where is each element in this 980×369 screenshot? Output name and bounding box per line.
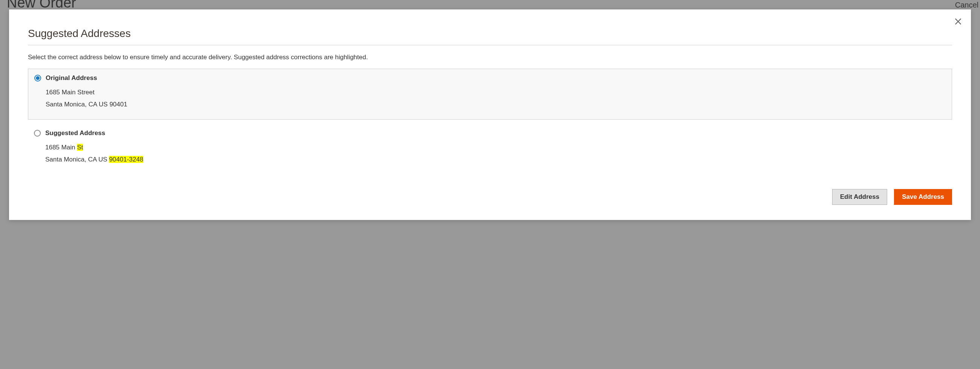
save-address-button[interactable]: Save Address: [894, 189, 952, 205]
close-icon: [954, 17, 962, 25]
option-header: Original Address: [34, 74, 946, 82]
edit-address-button[interactable]: Edit Address: [832, 189, 887, 205]
line2-highlight: 90401-3248: [109, 156, 143, 163]
suggested-address-lines: 1685 Main St Santa Monica, CA US 90401-3…: [34, 142, 946, 166]
suggested-addresses-modal: Suggested Addresses Select the correct a…: [9, 10, 971, 220]
original-address-lines: 1685 Main Street Santa Monica, CA US 904…: [34, 86, 946, 111]
cancel-link[interactable]: Cancel: [955, 1, 978, 10]
close-button[interactable]: [952, 16, 964, 27]
suggested-address-line2: Santa Monica, CA US 90401-3248: [45, 154, 946, 165]
modal-title: Suggested Addresses: [28, 27, 952, 40]
line1-prefix: 1685 Main: [45, 144, 77, 151]
divider: [28, 45, 952, 45]
suggested-address-option[interactable]: Suggested Address 1685 Main St Santa Mon…: [28, 124, 952, 174]
modal-footer: Edit Address Save Address: [28, 189, 952, 205]
instruction-text: Select the correct address below to ensu…: [28, 54, 952, 61]
original-address-line2: Santa Monica, CA US 90401: [46, 99, 946, 111]
original-address-option[interactable]: Original Address 1685 Main Street Santa …: [28, 69, 952, 119]
option-header: Suggested Address: [34, 129, 946, 137]
original-address-label: Original Address: [46, 74, 97, 82]
line1-highlight: St: [77, 144, 83, 151]
radio-suggested[interactable]: [34, 130, 41, 137]
original-address-line1: 1685 Main Street: [46, 86, 946, 99]
line2-prefix: Santa Monica, CA US: [45, 156, 109, 163]
suggested-address-label: Suggested Address: [45, 129, 105, 137]
radio-original[interactable]: [34, 75, 41, 81]
suggested-address-line1: 1685 Main St: [45, 142, 946, 154]
